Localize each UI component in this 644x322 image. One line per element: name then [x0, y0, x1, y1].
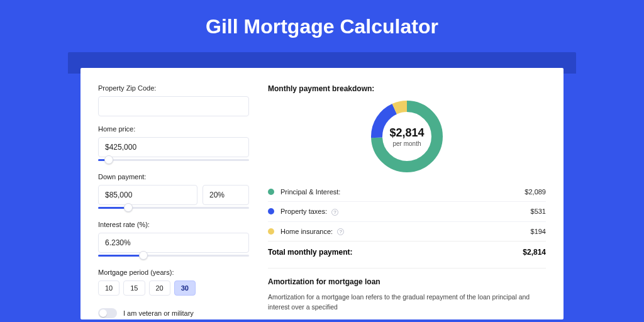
donut-sub: per month — [392, 140, 421, 147]
down-label: Down payment: — [98, 173, 249, 180]
period-option-20[interactable]: 20 — [149, 280, 170, 296]
price-slider[interactable] — [98, 157, 249, 164]
down-slider-thumb[interactable] — [124, 203, 133, 212]
veteran-toggle[interactable] — [98, 308, 117, 318]
form-column: Property Zip Code: Home price: Down paym… — [98, 84, 249, 319]
total-label: Total monthly payment: — [268, 248, 523, 257]
breakdown-item-label: Principal & Interest: — [280, 188, 525, 196]
price-block: Home price: — [98, 125, 249, 164]
breakdown-lines: Principal & Interest:$2,089Property taxe… — [268, 182, 546, 241]
rate-input[interactable] — [98, 233, 249, 253]
price-label: Home price: — [98, 125, 249, 133]
legend-dot — [268, 228, 274, 235]
calculator-panel: Property Zip Code: Home price: Down paym… — [80, 68, 564, 319]
legend-dot — [268, 189, 274, 195]
breakdown-line: Principal & Interest:$2,089 — [268, 182, 546, 202]
rate-block: Interest rate (%): — [98, 221, 249, 260]
period-block: Mortgage period (years): 10152030 — [98, 269, 249, 296]
amortization-section: Amortization for mortgage loan Amortizat… — [268, 268, 546, 313]
donut-total: $2,814 — [389, 126, 424, 140]
down-percent-input[interactable] — [203, 185, 249, 205]
veteran-row: I am veteran or military — [98, 308, 249, 318]
down-amount-input[interactable] — [98, 185, 197, 205]
info-icon[interactable]: ? — [337, 228, 344, 235]
amort-body: Amortization for a mortgage loan refers … — [268, 292, 546, 313]
period-options: 10152030 — [98, 280, 249, 296]
veteran-label: I am veteran or military — [123, 309, 194, 317]
period-option-30[interactable]: 30 — [174, 280, 196, 296]
info-icon[interactable]: ? — [331, 209, 338, 216]
price-input[interactable] — [98, 137, 249, 157]
page-title: Gill Mortgage Calculator — [0, 15, 644, 38]
zip-label: Property Zip Code: — [98, 84, 249, 92]
period-option-15[interactable]: 15 — [123, 280, 145, 296]
rate-slider[interactable] — [98, 252, 249, 260]
total-row: Total monthly payment: $2,814 — [268, 241, 546, 265]
payment-donut: $2,814 per month — [369, 98, 445, 175]
down-block: Down payment: — [98, 173, 249, 212]
breakdown-item-value: $2,089 — [525, 188, 546, 196]
hero: Gill Mortgage Calculator — [0, 0, 644, 52]
breakdown-item-label: Property taxes: ? — [280, 208, 531, 216]
legend-dot — [268, 208, 274, 214]
rate-label: Interest rate (%): — [98, 221, 249, 228]
breakdown-line: Home insurance: ?$194 — [268, 222, 546, 242]
breakdown-item-value: $531 — [531, 208, 546, 215]
period-option-10[interactable]: 10 — [98, 280, 119, 296]
rate-slider-thumb[interactable] — [139, 251, 148, 260]
donut-wrap: $2,814 per month — [268, 98, 546, 175]
breakdown-item-value: $194 — [531, 228, 546, 235]
price-slider-thumb[interactable] — [104, 155, 113, 164]
breakdown-title: Monthly payment breakdown: — [268, 84, 546, 93]
period-label: Mortgage period (years): — [98, 269, 249, 276]
down-slider[interactable] — [98, 204, 249, 212]
zip-input[interactable] — [98, 96, 249, 116]
total-value: $2,814 — [523, 248, 546, 257]
amort-heading: Amortization for mortgage loan — [268, 277, 546, 286]
breakdown-item-label: Home insurance: ? — [280, 228, 531, 236]
zip-block: Property Zip Code: — [98, 84, 249, 116]
breakdown-column: Monthly payment breakdown: $2,814 per mo… — [268, 84, 546, 319]
breakdown-line: Property taxes: ?$531 — [268, 202, 546, 222]
